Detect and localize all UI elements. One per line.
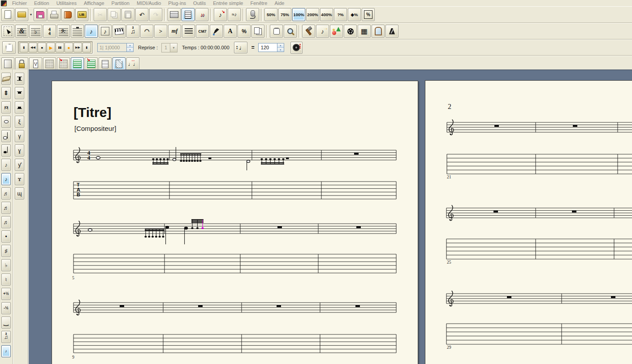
mirror-tool-button[interactable] [372,25,385,38]
play-button[interactable]: ▶ [47,43,55,52]
pause-button[interactable]: ▮▮ [56,43,64,52]
simple-entry-tool-button[interactable]: ♪ [85,25,98,38]
counter-spinner[interactable]: ▲▼ [127,43,134,52]
menu-item-fichier[interactable]: Fichier [9,0,30,6]
hand-grabber-tool-button[interactable] [270,25,283,38]
eighth-rest-button[interactable]: γ [15,130,24,142]
reprise-select[interactable]: 1 ▼ [161,43,177,52]
quarter-note-button[interactable] [1,144,11,156]
cut-button[interactable]: ✂ [94,8,107,21]
counter-up-icon[interactable]: ▲ [127,43,133,48]
finale-app-icon[interactable] [1,0,7,6]
tuplet-tool-button[interactable]: ♫ [126,25,139,38]
redo-button[interactable]: ↷ [149,8,162,21]
open-file-dropdown-icon[interactable]: ▾ [29,8,33,21]
page-edit-mode-button[interactable] [113,57,126,70]
selection-tool-button[interactable] [1,25,14,38]
ossia-tool-button[interactable]: ▦ [358,25,371,38]
snap-to-grid-button[interactable] [57,57,70,70]
staff-style-tool-button[interactable] [182,25,195,38]
menu-item-fen-tre[interactable]: Fenêtre [247,0,271,6]
tuplet-button[interactable]: ♫ [1,331,11,343]
half-step-down-button[interactable]: -½ [1,302,11,314]
midi-tool-button[interactable] [344,25,357,38]
note-spacing-button[interactable]: ♩♩ [126,57,139,70]
hundred-twenty-eighth-rest-button[interactable]: ɰ [15,187,24,199]
page-view-button[interactable] [182,8,195,21]
sixty-fourth-note-button[interactable]: ♬ [1,202,11,214]
go-to-end-button[interactable]: ▮ [82,43,91,52]
menu-item-aide[interactable]: Aide [271,0,288,6]
clef-tool-button[interactable]: 9: [57,25,70,38]
print-button[interactable] [48,8,61,21]
half-rest-button[interactable] [15,101,24,113]
staff-tool-button[interactable]: & [15,25,28,38]
eraser-button[interactable] [1,73,11,85]
tie-button[interactable]: ‿ [1,316,11,329]
menu-item-partition[interactable]: Partition [108,0,133,6]
special-tools-button[interactable] [302,25,315,38]
articulation-tool-button[interactable]: > [154,25,167,38]
key-signature-tool-button[interactable]: ♭ [29,25,42,38]
sixty-fourth-rest-button[interactable]: ɤ [15,173,24,185]
half-note-button[interactable] [1,130,11,142]
counter-field[interactable]: 1| 1|0000 [97,43,127,52]
lyrics-tool-button[interactable] [210,25,223,38]
half-step-up-button[interactable]: +½ [1,288,11,300]
menu-item-outils[interactable]: Outils [190,0,209,6]
quarter-rest-button[interactable]: ξ [15,116,24,128]
tempo-spinbox[interactable]: 120 ▲▼ [258,43,284,52]
zoom-100-button[interactable]: 100% [292,8,305,21]
new-document-button[interactable] [1,8,14,21]
undo-button[interactable]: ↶ [135,8,148,21]
score-page-2[interactable]: 2212529 [425,80,632,364]
fast-forward-button[interactable]: ▶▶ [74,43,82,52]
expression-tool-button[interactable]: mf [168,25,181,38]
rulers-button[interactable] [29,57,42,70]
counter-down-icon[interactable]: ▼ [127,48,133,52]
whole-note-button[interactable] [1,116,11,128]
paste-button[interactable] [121,8,134,21]
speedy-entry-tool-button[interactable]: ♪ [99,25,112,38]
chevron-down-icon[interactable]: ▼ [170,43,177,52]
smart-playback-button[interactable]: ≈♪ [228,8,241,21]
zoom-50-button[interactable]: 50% [264,8,277,21]
graphics-tool-button[interactable] [330,25,343,38]
sharp-button[interactable]: ♯ [1,245,11,257]
show-guides-button[interactable] [71,57,84,70]
augmentation-dot-button[interactable]: • [1,230,11,243]
playback-note-button[interactable]: ♪ [214,8,227,21]
eighth-note-button[interactable]: ♪ [1,159,11,171]
go-to-start-button[interactable]: ▮ [20,43,28,52]
thirty-second-note-button[interactable]: ♬ [1,187,11,199]
scroll-view-button[interactable] [168,8,181,21]
double-whole-rest-button[interactable] [15,73,24,85]
menu-item-plug-ins[interactable]: Plug-ins [164,0,190,6]
speaker-button[interactable] [290,42,303,54]
page-format-button[interactable] [1,57,14,70]
snap-to-guides-button[interactable] [85,57,98,70]
smartshape-tool-button[interactable]: ◠ [140,25,153,38]
tempo-down-icon[interactable]: ▼ [277,48,284,52]
save-button[interactable] [34,8,47,21]
zoom-200-button[interactable]: 200% [306,8,319,21]
flat-button[interactable]: ♭ [1,259,11,271]
menu-item-edition[interactable]: Edition [30,0,53,6]
measure-tool-button[interactable] [71,25,84,38]
playback-panel-toggle-button[interactable] [2,41,16,54]
menu-item-midi-audio[interactable]: MIDI/Audio [133,0,164,6]
grid-button[interactable] [43,57,56,70]
open-file-button[interactable] [15,8,28,21]
repitch-button[interactable]: ⇕ [1,87,11,99]
menu-item-utilitaires[interactable]: Utilitaires [53,0,80,6]
chord-tool-button[interactable]: CM7 [196,25,209,38]
tempo-up-icon[interactable]: ▲ [277,43,284,48]
tempo-value[interactable]: 120 [258,43,277,52]
audio-setup-mic-button[interactable] [246,8,259,21]
library-button[interactable]: LIB [75,8,88,21]
record-button[interactable]: ● [65,43,73,52]
score-page-1[interactable]: [Titre][Compositeur]TAB4459 [52,81,418,364]
studio-view-button[interactable]: ♪♪ [195,8,208,21]
zoom-percent-button[interactable]: % [362,8,375,21]
finalescript-book-button[interactable] [61,8,74,21]
